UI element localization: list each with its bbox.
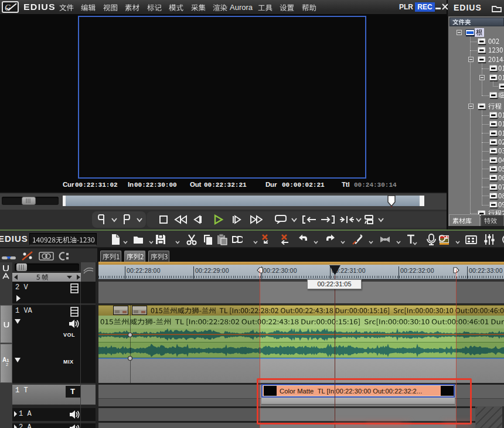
svg-text:G: G: [5, 4, 11, 12]
